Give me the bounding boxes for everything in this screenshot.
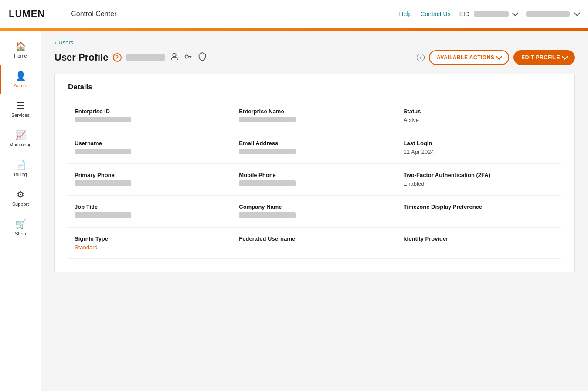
key-icon[interactable] <box>184 52 193 64</box>
sidebar-item-monitoring[interactable]: 📈 Monitoring <box>0 124 41 153</box>
sidebar: 🏠 Home 👤 Admin ☰ Services 📈 Monitoring 📄… <box>0 31 41 391</box>
detail-label: Two-Factor Authentication (2FA) <box>404 172 555 178</box>
sidebar-monitoring-label: Monitoring <box>9 142 31 147</box>
sidebar-item-shop[interactable]: 🛒 Shop <box>0 213 41 242</box>
detail-label: Timezone Display Preference <box>404 204 555 210</box>
main-content: ‹ Users User Profile ? <box>41 31 588 391</box>
sidebar-shop-label: Shop <box>15 231 26 236</box>
home-icon: 🏠 <box>15 41 26 51</box>
detail-label: Status <box>404 108 555 115</box>
user-profile-icon[interactable] <box>170 52 179 64</box>
detail-label: Last Login <box>404 140 555 146</box>
sidebar-services-label: Services <box>11 112 30 118</box>
detail-label: Enterprise ID <box>75 108 226 115</box>
eid-value <box>474 11 509 17</box>
edit-profile-label: EDIT PROFILE <box>521 54 560 61</box>
page-title: User Profile <box>54 52 109 63</box>
detail-label: Username <box>75 140 226 146</box>
billing-icon: 📄 <box>15 160 26 170</box>
page-header: User Profile ? i AVAILABLE ACTIONS <box>54 50 575 65</box>
detail-value <box>75 117 226 124</box>
detail-value: Standard <box>75 244 226 251</box>
svg-point-0 <box>173 53 176 56</box>
header: LUMEN Control Center Help Contact Us EID <box>0 0 588 28</box>
sidebar-support-label: Support <box>12 201 29 207</box>
detail-label: Primary Phone <box>75 172 226 178</box>
detail-cell: Job Title <box>68 196 232 228</box>
shop-icon: 🛒 <box>15 219 26 229</box>
breadcrumb-arrow-icon: ‹ <box>54 39 56 46</box>
detail-cell: StatusActive <box>397 100 561 132</box>
detail-value <box>75 149 226 156</box>
user-dropdown-icon[interactable] <box>574 10 580 16</box>
sidebar-admin-label: Admin <box>14 83 27 88</box>
edit-profile-chevron <box>562 54 568 60</box>
available-actions-button[interactable]: AVAILABLE ACTIONS <box>429 50 509 65</box>
edit-profile-button[interactable]: EDIT PROFILE <box>513 50 575 65</box>
sidebar-item-services[interactable]: ☰ Services <box>0 94 41 124</box>
detail-value <box>75 180 226 187</box>
detail-value <box>239 117 390 124</box>
sidebar-item-support[interactable]: ⚙ Support <box>0 183 41 213</box>
detail-cell: Username <box>68 132 232 164</box>
info-icon[interactable]: i <box>417 54 425 61</box>
breadcrumb: ‹ Users <box>54 39 575 46</box>
detail-cell: Enterprise Name <box>232 100 397 132</box>
svg-point-1 <box>185 55 188 58</box>
detail-cell: Mobile Phone <box>232 164 397 196</box>
detail-label: Identity Provider <box>404 235 555 242</box>
detail-cell: Federated Username <box>232 228 397 259</box>
help-link[interactable]: Help <box>399 10 412 17</box>
eid-dropdown-icon[interactable] <box>512 10 518 16</box>
help-circle-icon[interactable]: ? <box>113 53 122 62</box>
header-right: Help Contact Us EID <box>399 10 579 17</box>
logo: LUMEN <box>9 8 45 20</box>
detail-value <box>75 212 226 219</box>
detail-cell: Company Name <box>232 196 397 228</box>
admin-icon: 👤 <box>15 71 26 81</box>
detail-label: Federated Username <box>239 235 390 242</box>
detail-label: Sign-In Type <box>75 235 226 242</box>
contact-us-link[interactable]: Contact Us <box>420 10 450 17</box>
detail-cell: Last Login11 Apr 2024 <box>397 132 561 164</box>
action-buttons: i AVAILABLE ACTIONS EDIT PROFILE <box>417 50 575 65</box>
sidebar-item-admin[interactable]: 👤 Admin <box>0 65 41 94</box>
detail-label: Enterprise Name <box>239 108 390 115</box>
detail-label: Job Title <box>75 204 226 210</box>
eid-section: EID <box>459 10 517 17</box>
page-title-group: User Profile ? <box>54 52 207 64</box>
detail-cell: Enterprise ID <box>68 100 232 132</box>
layout: 🏠 Home 👤 Admin ☰ Services 📈 Monitoring 📄… <box>0 31 588 391</box>
detail-value: 11 Apr 2024 <box>404 149 555 155</box>
detail-value <box>239 149 390 156</box>
detail-value <box>239 212 390 219</box>
detail-value: Active <box>404 117 555 123</box>
sidebar-item-home[interactable]: 🏠 Home <box>0 35 41 65</box>
eid-label: EID <box>459 10 469 17</box>
monitoring-icon: 📈 <box>15 130 26 140</box>
detail-value: Enabled <box>404 180 555 187</box>
details-grid: Enterprise IDEnterprise NameStatusActive… <box>68 100 561 259</box>
breadcrumb-users-link[interactable]: Users <box>58 39 73 46</box>
available-actions-label: AVAILABLE ACTIONS <box>437 54 494 61</box>
detail-label: Company Name <box>239 204 390 210</box>
detail-label: Email Address <box>239 140 390 146</box>
detail-label: Mobile Phone <box>239 172 390 178</box>
logo-text: LUMEN <box>9 8 45 20</box>
detail-cell: Timezone Display Preference <box>397 196 561 228</box>
user-name-blurred <box>126 54 165 61</box>
sidebar-billing-label: Billing <box>14 172 27 177</box>
shield-icon[interactable] <box>197 52 207 64</box>
detail-cell: Sign-In TypeStandard <box>68 228 232 259</box>
user-value <box>526 11 570 17</box>
app-title: Control Center <box>71 10 116 18</box>
sidebar-item-billing[interactable]: 📄 Billing <box>0 153 41 183</box>
details-card: Details Enterprise IDEnterprise NameStat… <box>54 74 575 272</box>
user-section <box>526 11 579 17</box>
support-icon: ⚙ <box>17 189 24 200</box>
details-title: Details <box>68 83 561 92</box>
detail-cell: Email Address <box>232 132 397 164</box>
sidebar-home-label: Home <box>14 53 27 58</box>
services-icon: ☰ <box>17 100 24 111</box>
detail-cell: Two-Factor Authentication (2FA)Enabled <box>397 164 561 196</box>
